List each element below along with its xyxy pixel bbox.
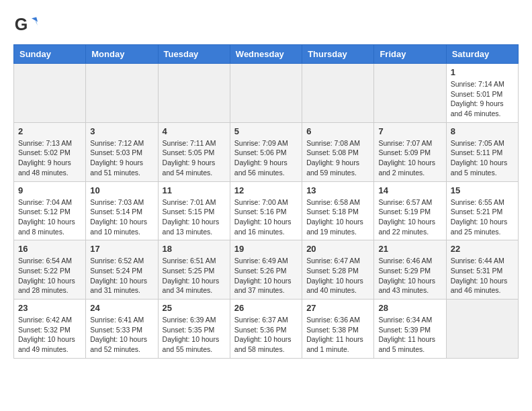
calendar-cell: 23Sunrise: 6:42 AM Sunset: 5:32 PM Dayli… (14, 300, 86, 359)
weekday-header-thursday: Thursday (302, 45, 374, 64)
calendar-cell: 18Sunrise: 6:51 AM Sunset: 5:25 PM Dayli… (158, 240, 230, 300)
calendar-cell: 4Sunrise: 7:11 AM Sunset: 5:05 PM Daylig… (158, 122, 230, 181)
calendar-week-row: 2Sunrise: 7:13 AM Sunset: 5:02 PM Daylig… (14, 122, 519, 181)
header: G (13, 13, 519, 38)
calendar-cell: 6Sunrise: 7:08 AM Sunset: 5:08 PM Daylig… (302, 122, 374, 181)
calendar-cell: 13Sunrise: 6:58 AM Sunset: 5:18 PM Dayli… (302, 181, 374, 240)
calendar-cell: 8Sunrise: 7:05 AM Sunset: 5:11 PM Daylig… (446, 122, 518, 181)
calendar-cell: 21Sunrise: 6:46 AM Sunset: 5:29 PM Dayli… (374, 240, 446, 300)
day-info: Sunrise: 6:54 AM Sunset: 5:22 PM Dayligh… (18, 256, 81, 295)
day-info: Sunrise: 6:55 AM Sunset: 5:21 PM Dayligh… (451, 197, 514, 237)
weekday-header-wednesday: Wednesday (230, 45, 302, 64)
day-number: 12 (234, 185, 298, 195)
day-info: Sunrise: 6:51 AM Sunset: 5:25 PM Dayligh… (163, 256, 226, 295)
weekday-header-tuesday: Tuesday (158, 45, 230, 64)
day-number: 6 (306, 126, 369, 136)
day-number: 5 (234, 126, 298, 136)
calendar-cell: 7Sunrise: 7:07 AM Sunset: 5:09 PM Daylig… (374, 122, 446, 181)
calendar-cell: 25Sunrise: 6:39 AM Sunset: 5:35 PM Dayli… (158, 300, 230, 359)
day-number: 24 (90, 303, 153, 313)
day-info: Sunrise: 6:34 AM Sunset: 5:39 PM Dayligh… (378, 315, 441, 355)
calendar-cell: 16Sunrise: 6:54 AM Sunset: 5:22 PM Dayli… (14, 240, 86, 300)
calendar-cell (302, 64, 374, 123)
calendar-cell (158, 64, 230, 123)
day-info: Sunrise: 6:46 AM Sunset: 5:29 PM Dayligh… (378, 256, 441, 295)
day-number: 26 (234, 303, 298, 313)
day-number: 18 (163, 244, 226, 254)
day-number: 8 (451, 126, 514, 136)
day-info: Sunrise: 7:12 AM Sunset: 5:03 PM Dayligh… (90, 138, 153, 178)
day-info: Sunrise: 7:13 AM Sunset: 5:02 PM Dayligh… (18, 138, 81, 178)
logo: G (13, 13, 40, 38)
calendar-cell (446, 300, 518, 359)
day-number: 22 (451, 244, 514, 254)
day-number: 16 (18, 244, 81, 254)
calendar-cell: 12Sunrise: 7:00 AM Sunset: 5:16 PM Dayli… (230, 181, 302, 240)
day-number: 4 (163, 126, 226, 136)
calendar-cell: 5Sunrise: 7:09 AM Sunset: 5:06 PM Daylig… (230, 122, 302, 181)
calendar-cell: 19Sunrise: 6:49 AM Sunset: 5:26 PM Dayli… (230, 240, 302, 300)
calendar-cell: 17Sunrise: 6:52 AM Sunset: 5:24 PM Dayli… (86, 240, 158, 300)
calendar-cell (374, 64, 446, 123)
day-number: 7 (378, 126, 441, 136)
calendar-cell: 24Sunrise: 6:41 AM Sunset: 5:33 PM Dayli… (86, 300, 158, 359)
logo-icon: G (13, 13, 38, 38)
calendar-cell (230, 64, 302, 123)
calendar-week-row: 9Sunrise: 7:04 AM Sunset: 5:12 PM Daylig… (14, 181, 519, 240)
day-info: Sunrise: 7:11 AM Sunset: 5:05 PM Dayligh… (163, 138, 226, 178)
calendar-week-row: 16Sunrise: 6:54 AM Sunset: 5:22 PM Dayli… (14, 240, 519, 300)
day-info: Sunrise: 7:07 AM Sunset: 5:09 PM Dayligh… (378, 138, 441, 178)
calendar-cell: 20Sunrise: 6:47 AM Sunset: 5:28 PM Dayli… (302, 240, 374, 300)
day-info: Sunrise: 6:57 AM Sunset: 5:19 PM Dayligh… (378, 197, 441, 237)
calendar-cell: 22Sunrise: 6:44 AM Sunset: 5:31 PM Dayli… (446, 240, 518, 300)
day-number: 25 (163, 303, 226, 313)
day-info: Sunrise: 6:37 AM Sunset: 5:36 PM Dayligh… (234, 315, 298, 355)
weekday-header-monday: Monday (86, 45, 158, 64)
calendar-week-row: 23Sunrise: 6:42 AM Sunset: 5:32 PM Dayli… (14, 300, 519, 359)
day-info: Sunrise: 7:05 AM Sunset: 5:11 PM Dayligh… (451, 138, 514, 178)
calendar-cell: 2Sunrise: 7:13 AM Sunset: 5:02 PM Daylig… (14, 122, 86, 181)
calendar-cell (86, 64, 158, 123)
day-number: 3 (90, 126, 153, 136)
day-info: Sunrise: 6:49 AM Sunset: 5:26 PM Dayligh… (234, 256, 298, 295)
calendar-cell: 14Sunrise: 6:57 AM Sunset: 5:19 PM Dayli… (374, 181, 446, 240)
day-info: Sunrise: 6:42 AM Sunset: 5:32 PM Dayligh… (18, 315, 81, 355)
calendar-cell: 26Sunrise: 6:37 AM Sunset: 5:36 PM Dayli… (230, 300, 302, 359)
day-number: 14 (378, 185, 441, 195)
day-number: 27 (306, 303, 369, 313)
weekday-header-sunday: Sunday (14, 45, 86, 64)
day-number: 10 (90, 185, 153, 195)
calendar-cell: 9Sunrise: 7:04 AM Sunset: 5:12 PM Daylig… (14, 181, 86, 240)
day-number: 11 (163, 185, 226, 195)
calendar-cell: 11Sunrise: 7:01 AM Sunset: 5:15 PM Dayli… (158, 181, 230, 240)
weekday-header-row: SundayMondayTuesdayWednesdayThursdayFrid… (14, 45, 519, 64)
day-number: 23 (18, 303, 81, 313)
day-number: 28 (378, 303, 441, 313)
calendar-cell: 27Sunrise: 6:36 AM Sunset: 5:38 PM Dayli… (302, 300, 374, 359)
calendar-cell: 15Sunrise: 6:55 AM Sunset: 5:21 PM Dayli… (446, 181, 518, 240)
calendar-cell: 3Sunrise: 7:12 AM Sunset: 5:03 PM Daylig… (86, 122, 158, 181)
day-info: Sunrise: 7:14 AM Sunset: 5:01 PM Dayligh… (451, 79, 514, 119)
day-number: 20 (306, 244, 369, 254)
calendar-table: SundayMondayTuesdayWednesdayThursdayFrid… (13, 44, 519, 359)
calendar-cell: 1Sunrise: 7:14 AM Sunset: 5:01 PM Daylig… (446, 64, 518, 123)
day-number: 17 (90, 244, 153, 254)
day-info: Sunrise: 6:39 AM Sunset: 5:35 PM Dayligh… (163, 315, 226, 355)
calendar-cell: 10Sunrise: 7:03 AM Sunset: 5:14 PM Dayli… (86, 181, 158, 240)
calendar-cell (14, 64, 86, 123)
day-number: 13 (306, 185, 369, 195)
calendar-cell: 28Sunrise: 6:34 AM Sunset: 5:39 PM Dayli… (374, 300, 446, 359)
day-info: Sunrise: 7:01 AM Sunset: 5:15 PM Dayligh… (163, 197, 226, 237)
calendar-week-row: 1Sunrise: 7:14 AM Sunset: 5:01 PM Daylig… (14, 64, 519, 123)
day-number: 15 (451, 185, 514, 195)
day-number: 21 (378, 244, 441, 254)
day-info: Sunrise: 6:58 AM Sunset: 5:18 PM Dayligh… (306, 197, 369, 237)
day-info: Sunrise: 6:41 AM Sunset: 5:33 PM Dayligh… (90, 315, 153, 355)
svg-text:G: G (15, 15, 28, 34)
svg-marker-1 (32, 17, 38, 21)
day-info: Sunrise: 6:52 AM Sunset: 5:24 PM Dayligh… (90, 256, 153, 295)
weekday-header-friday: Friday (374, 45, 446, 64)
day-info: Sunrise: 6:47 AM Sunset: 5:28 PM Dayligh… (306, 256, 369, 295)
weekday-header-saturday: Saturday (446, 45, 518, 64)
day-number: 2 (18, 126, 81, 136)
